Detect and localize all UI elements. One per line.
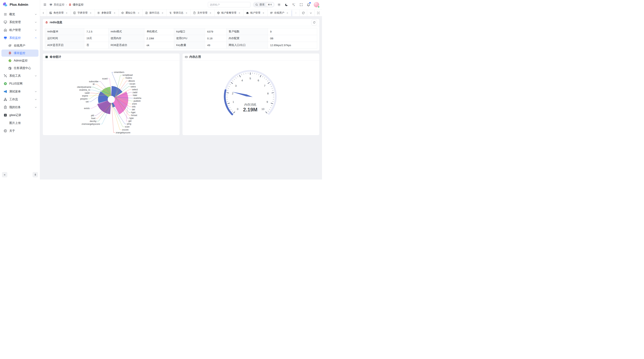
package-icon bbox=[217, 11, 220, 14]
sidebar-item-system-monitor[interactable]: 系统监控 bbox=[0, 34, 40, 42]
search-label: 搜索 bbox=[260, 3, 264, 6]
tab-close-icon[interactable] bbox=[185, 11, 188, 15]
sidebar-item-label: 工作流 bbox=[9, 98, 32, 101]
tab-label: 操作日志 bbox=[149, 11, 160, 14]
user-avatar[interactable] bbox=[314, 2, 319, 7]
sidebar-collapse-button[interactable]: « bbox=[2, 172, 7, 177]
svg-text:A: A bbox=[294, 5, 295, 6]
sidebar-subitem-admin-monitor[interactable]: Admin监控 bbox=[0, 57, 40, 64]
svg-text:C:\: C:\ bbox=[46, 56, 48, 57]
sidebar-subitem-online-user[interactable]: 在线用户 bbox=[0, 42, 40, 49]
sidebar: Plus Admin 概览系统管理租户管理系统监控在线用户redis缓存监控Ad… bbox=[0, 0, 40, 179]
redis-info-table: redis版本7.2.5redis模式单机模式tcp端口6379客户端数9运行时… bbox=[45, 28, 317, 49]
sidebar-item-tenant-manage[interactable]: 租户管理 bbox=[0, 26, 40, 34]
tab-file-manage[interactable]: 文件管理 bbox=[191, 9, 215, 16]
tab-close-icon[interactable] bbox=[113, 11, 116, 15]
gitee-icon: ¥ bbox=[4, 113, 7, 117]
global-search[interactable]: 搜索 ⌘ K bbox=[253, 2, 274, 7]
tab-tenant-manage[interactable]: 租户管理 bbox=[244, 9, 268, 16]
dark-mode-moon-icon[interactable] bbox=[284, 3, 288, 6]
gauge-needle bbox=[232, 92, 252, 97]
redis-icon bbox=[45, 21, 48, 24]
workflow-icon bbox=[4, 98, 7, 101]
tab-op-log[interactable]: 操作日志 bbox=[143, 9, 167, 16]
tab-close-icon[interactable] bbox=[209, 11, 212, 15]
sidebar-item-my-tasks[interactable]: 我的任务 bbox=[0, 103, 40, 111]
fullscreen-icon[interactable] bbox=[299, 3, 303, 6]
pie-label-pexpire: pexpire bbox=[80, 98, 88, 100]
memory-chip-icon bbox=[185, 55, 188, 58]
sidebar-item-gitee-log[interactable]: ¥gitee记录 bbox=[0, 111, 40, 119]
tab-role-manage[interactable]: 角色管理 bbox=[47, 9, 71, 16]
tabs-scroll-right-button[interactable] bbox=[292, 9, 300, 16]
gauge-tick-label: 9 bbox=[266, 100, 268, 103]
spring-icon bbox=[8, 59, 12, 62]
sidebar-pin-button[interactable] bbox=[32, 172, 38, 177]
pie-label-evalsha: evalsha bbox=[134, 97, 141, 99]
tab-label: 角色管理 bbox=[54, 11, 64, 14]
tab-close-icon[interactable] bbox=[137, 11, 140, 15]
logo-icon bbox=[2, 2, 8, 7]
tab-close-icon[interactable] bbox=[161, 11, 164, 15]
settings-gear-icon[interactable] bbox=[277, 3, 281, 6]
tab-dict-manage[interactable]: 字典管理 bbox=[71, 9, 95, 16]
info-label: 使用内存 bbox=[108, 35, 144, 42]
tab-login-log[interactable]: 登录日志 bbox=[167, 9, 191, 16]
sidebar-item-system-manage[interactable]: 系统管理 bbox=[0, 18, 40, 26]
chevron-down-icon bbox=[34, 106, 37, 108]
command-stats-rose-chart: smembersscript|loadhsetnxdbsizesscansetn… bbox=[43, 61, 180, 135]
tabs-scroll-left-button[interactable] bbox=[40, 9, 47, 16]
sidebar-item-about[interactable]: 关于 bbox=[0, 127, 40, 135]
tab-close-icon[interactable] bbox=[238, 11, 241, 15]
tab-close-icon[interactable] bbox=[262, 11, 265, 15]
tab-label: 在线用户 bbox=[274, 11, 284, 14]
pie-label-client|setname: client|setname bbox=[77, 86, 91, 88]
breadcrumb-item-system-monitor[interactable]: 系统监控 bbox=[49, 3, 64, 6]
sidebar-item-image-upload[interactable]: 图片上传 bbox=[0, 119, 40, 127]
tab-param-settings[interactable]: 参数设置 bbox=[95, 9, 119, 16]
tab-more-dropdown-button[interactable] bbox=[307, 9, 314, 16]
tab-tenant-package[interactable]: 租户套餐管理 bbox=[215, 9, 244, 16]
sidebar-item-test-menu[interactable]: 测试菜单 bbox=[0, 88, 40, 95]
pie-label-subscribe: subscribe bbox=[89, 80, 98, 83]
sidebar-item-label: 租户管理 bbox=[9, 28, 32, 32]
file-icon bbox=[193, 11, 196, 14]
tab-close-icon[interactable] bbox=[65, 11, 68, 15]
pie-label-hget: hget bbox=[131, 111, 136, 114]
sidebar-item-system-tools[interactable]: 系统工具 bbox=[0, 72, 40, 80]
info-value: 单机模式 bbox=[144, 28, 174, 35]
sidebar-subitem-task-scheduler[interactable]: 任务调度中心 bbox=[0, 64, 40, 72]
main-column: 系统监控 › 缓存监控 搜索 ⌘ K bbox=[40, 0, 322, 179]
pie-label-zrangebyscore: zrangebyscore bbox=[116, 131, 130, 134]
tab-notice[interactable]: 通知公告 bbox=[119, 9, 143, 16]
tab-close-icon[interactable] bbox=[89, 11, 92, 15]
tenant-select-input[interactable] bbox=[208, 2, 250, 7]
breadcrumb-item-cache-monitor[interactable]: 缓存监控 bbox=[68, 3, 84, 6]
notification-badge bbox=[309, 2, 311, 3]
tab-label: 文件管理 bbox=[197, 11, 207, 14]
sidebar-item-workflow[interactable]: 工作流 bbox=[0, 95, 40, 103]
language-translate-icon[interactable]: 文A bbox=[292, 3, 296, 6]
tab-close-icon[interactable] bbox=[286, 11, 289, 15]
online-icon bbox=[8, 44, 12, 47]
gauge-tick-label: 2 bbox=[232, 92, 233, 95]
redis-refresh-button[interactable] bbox=[311, 20, 317, 25]
pie-label-decrby: decrby bbox=[90, 120, 96, 122]
hamburger-menu-icon[interactable] bbox=[43, 3, 47, 6]
redis-info-title: redis信息 bbox=[50, 20, 62, 24]
sidebar-subitem-cache-monitor[interactable]: redis缓存监控 bbox=[2, 49, 38, 57]
home-icon bbox=[4, 28, 7, 32]
copyright-icon bbox=[4, 129, 7, 133]
tab-online-user[interactable]: 在线用户 bbox=[268, 9, 292, 16]
tab-refresh-button[interactable] bbox=[300, 9, 307, 16]
gauge-tick-label: 7 bbox=[264, 84, 266, 87]
info-value: 49 bbox=[205, 42, 226, 49]
sidebar-item-label: 概览 bbox=[9, 12, 32, 16]
info-label: 使用CPU bbox=[174, 35, 205, 42]
pie-label-zrem: zrem bbox=[132, 103, 137, 105]
sidebar-item-plus-site[interactable]: PLUS官网 bbox=[0, 80, 40, 88]
content-fullscreen-button[interactable] bbox=[314, 9, 322, 16]
sidebar-item-overview[interactable]: 概览 bbox=[0, 10, 40, 18]
chevron-down-icon bbox=[34, 98, 37, 101]
notifications-bell-icon[interactable] bbox=[306, 3, 310, 6]
